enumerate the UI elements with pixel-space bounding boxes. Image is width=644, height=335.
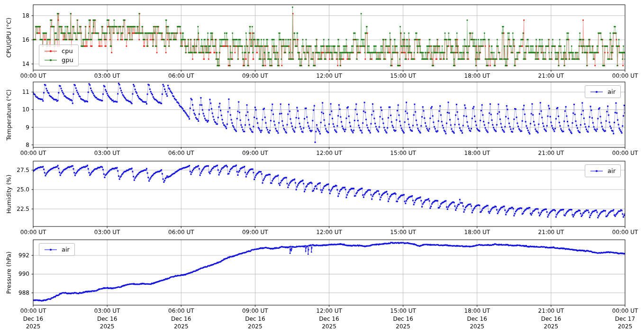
xtick-date: Dec 17 <box>612 315 638 323</box>
xtick-year: 2025 <box>316 323 342 331</box>
xtick-label-row0-3: 09:00 UT <box>242 72 268 80</box>
xtick-label-row2-4: 12:00 UT <box>316 228 342 236</box>
y-axis-title-air-temperature: Temperature (°C) <box>5 74 13 155</box>
legend-entry-air: air <box>590 167 616 174</box>
xtick-time: 12:00 UT <box>316 307 342 315</box>
xtick-label-row2-5: 15:00 UT <box>390 228 416 236</box>
xtick-label-row1-0: 00:00 UT <box>20 149 46 157</box>
xtick-label-row0-8: 00:00 UT <box>612 72 638 80</box>
xtick-time: 03:00 UT <box>94 307 120 315</box>
legend-label-air: air <box>608 167 616 174</box>
xtick-label-row0-7: 21:00 UT <box>538 72 564 80</box>
xtick-label-row3-8: 00:00 UTDec 172025 <box>612 307 638 331</box>
xtick-time: 00:00 UT <box>612 307 638 315</box>
xtick-time: 06:00 UT <box>168 307 194 315</box>
xtick-time: 18:00 UT <box>464 307 490 315</box>
legend-line-marker-icon <box>44 57 57 63</box>
xtick-label-row1-4: 12:00 UT <box>316 149 342 157</box>
xtick-time: 00:00 UT <box>20 307 46 315</box>
legend-label-cpu: cpu <box>62 47 73 54</box>
xtick-label-row3-0: 00:00 UTDec 162025 <box>20 307 46 331</box>
xtick-label-row3-6: 18:00 UTDec 162025 <box>464 307 490 331</box>
xtick-date: Dec 16 <box>390 315 416 323</box>
xtick-time: 21:00 UT <box>538 307 564 315</box>
xtick-label-row0-4: 12:00 UT <box>316 72 342 80</box>
legend-label-gpu: gpu <box>62 56 73 63</box>
xtick-year: 2025 <box>94 323 120 331</box>
weather-station-figure: 141618CPU/GPU (°C)00:00 UT03:00 UT06:00 … <box>0 0 644 335</box>
xtick-year: 2025 <box>242 323 268 331</box>
plot-canvas <box>0 0 644 335</box>
xtick-year: 2025 <box>168 323 194 331</box>
legend-air-pressure: air <box>39 243 75 256</box>
xtick-time: 09:00 UT <box>242 307 268 315</box>
xtick-label-row1-5: 15:00 UT <box>390 149 416 157</box>
xtick-label-row0-2: 06:00 UT <box>168 72 194 80</box>
xtick-date: Dec 16 <box>94 315 120 323</box>
legend-entry-gpu: gpu <box>44 56 73 63</box>
xtick-label-row0-5: 15:00 UT <box>390 72 416 80</box>
xtick-label-row2-2: 06:00 UT <box>168 228 194 236</box>
xtick-label-row1-6: 18:00 UT <box>464 149 490 157</box>
legend-line-marker-icon <box>44 48 57 54</box>
xtick-date: Dec 16 <box>316 315 342 323</box>
xtick-label-row2-7: 21:00 UT <box>538 228 564 236</box>
xtick-label-row1-2: 06:00 UT <box>168 149 194 157</box>
legend-cpu-gpu-temperature: cpugpu <box>39 45 79 66</box>
xtick-label-row2-6: 18:00 UT <box>464 228 490 236</box>
y-axis-title-cpu-gpu-temperature: CPU/GPU (°C) <box>5 0 13 78</box>
xtick-date: Dec 16 <box>242 315 268 323</box>
xtick-date: Dec 16 <box>538 315 564 323</box>
legend-line-marker-icon <box>590 89 603 95</box>
xtick-year: 2025 <box>20 323 46 331</box>
xtick-label-row0-6: 18:00 UT <box>464 72 490 80</box>
legend-line-marker-icon <box>590 168 603 174</box>
xtick-label-row0-1: 03:00 UT <box>94 72 120 80</box>
xtick-label-row3-5: 15:00 UTDec 162025 <box>390 307 416 331</box>
legend-air-temperature: air <box>585 85 621 98</box>
legend-entry-air: air <box>44 246 70 253</box>
legend-label-air: air <box>608 88 616 95</box>
xtick-year: 2025 <box>390 323 416 331</box>
y-axis-title-air-pressure: Pressure (hPa) <box>5 232 13 313</box>
legend-entry-cpu: cpu <box>44 47 73 54</box>
xtick-label-row3-7: 21:00 UTDec 162025 <box>538 307 564 331</box>
xtick-label-row2-0: 00:00 UT <box>20 228 46 236</box>
xtick-label-row3-1: 03:00 UTDec 162025 <box>94 307 120 331</box>
xtick-year: 2025 <box>464 323 490 331</box>
xtick-date: Dec 16 <box>20 315 46 323</box>
xtick-label-row0-0: 00:00 UT <box>20 72 46 80</box>
xtick-label-row3-3: 09:00 UTDec 162025 <box>242 307 268 331</box>
legend-label-air: air <box>62 246 70 253</box>
legend-line-marker-icon <box>44 247 57 253</box>
xtick-label-row1-3: 09:00 UT <box>242 149 268 157</box>
xtick-date: Dec 16 <box>464 315 490 323</box>
xtick-label-row2-1: 03:00 UT <box>94 228 120 236</box>
xtick-label-row2-8: 00:00 UT <box>612 228 638 236</box>
xtick-label-row1-8: 00:00 UT <box>612 149 638 157</box>
xtick-time: 15:00 UT <box>390 307 416 315</box>
xtick-year: 2025 <box>612 323 638 331</box>
legend-air-humidity: air <box>585 164 621 177</box>
xtick-label-row3-4: 12:00 UTDec 162025 <box>316 307 342 331</box>
y-axis-title-air-humidity: Humidity (%) <box>5 154 13 234</box>
xtick-label-row3-2: 06:00 UTDec 162025 <box>168 307 194 331</box>
legend-entry-air: air <box>590 88 616 95</box>
xtick-label-row1-7: 21:00 UT <box>538 149 564 157</box>
xtick-label-row2-3: 09:00 UT <box>242 228 268 236</box>
xtick-year: 2025 <box>538 323 564 331</box>
xtick-label-row1-1: 03:00 UT <box>94 149 120 157</box>
xtick-date: Dec 16 <box>168 315 194 323</box>
